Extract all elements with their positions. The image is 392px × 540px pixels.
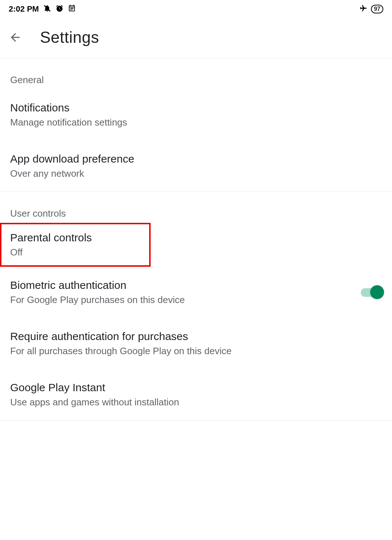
setting-app-download-preference[interactable]: App download preference Over any network (0, 140, 392, 192)
setting-subtitle: For all purchases through Google Play on… (10, 345, 232, 357)
setting-parental-controls[interactable]: Parental controls Off (1, 224, 149, 265)
status-bar-left: 2:02 PM (9, 4, 76, 14)
alarm-icon (56, 4, 64, 14)
bell-off-icon (43, 4, 51, 14)
back-button[interactable] (9, 31, 22, 44)
setting-title: Notifications (10, 102, 127, 114)
setting-biometric-authentication[interactable]: Biometric authentication For Google Play… (0, 267, 392, 318)
section-header-general: General (0, 58, 392, 89)
status-time: 2:02 PM (9, 4, 39, 14)
section-user-controls: User controls Parental controls Off Biom… (0, 192, 392, 421)
page-title: Settings (40, 28, 99, 46)
biometric-toggle[interactable] (361, 288, 382, 297)
status-bar: 2:02 PM 97 (0, 0, 392, 18)
setting-title: Biometric authentication (10, 279, 185, 291)
setting-subtitle: Manage notification settings (10, 117, 127, 128)
section-general: General Notifications Manage notificatio… (0, 58, 392, 192)
setting-title: App download preference (10, 153, 134, 165)
app-header: Settings (0, 18, 392, 58)
setting-title: Require authentication for purchases (10, 330, 232, 343)
setting-title: Google Play Instant (10, 381, 179, 394)
battery-indicator: 97 (371, 5, 383, 13)
calendar-icon (68, 4, 76, 14)
setting-title: Parental controls (10, 232, 92, 244)
setting-subtitle: Use apps and games without installation (10, 397, 179, 408)
section-header-user-controls: User controls (0, 192, 392, 223)
setting-subtitle: For Google Play purchases on this device (10, 294, 185, 306)
toggle-thumb (370, 285, 384, 299)
setting-subtitle: Over any network (10, 168, 134, 179)
setting-require-auth[interactable]: Require authentication for purchases For… (0, 318, 392, 369)
setting-subtitle: Off (10, 247, 92, 258)
setting-google-play-instant[interactable]: Google Play Instant Use apps and games w… (0, 369, 392, 420)
airplane-icon (359, 4, 367, 14)
setting-notifications[interactable]: Notifications Manage notification settin… (0, 89, 392, 140)
status-bar-right: 97 (359, 4, 383, 14)
highlight-parental-controls: Parental controls Off (0, 223, 151, 267)
